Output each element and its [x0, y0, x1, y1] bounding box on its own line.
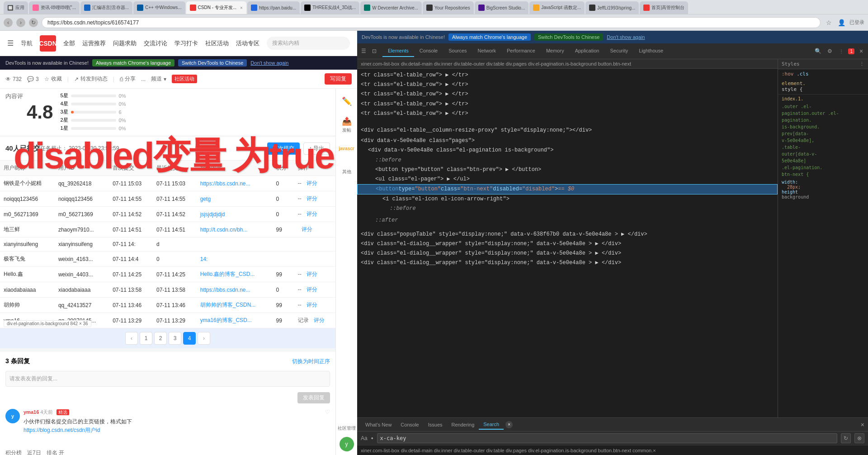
back-button[interactable]: ‹ — [4, 18, 13, 27]
nav-recommend[interactable]: 运营推荐 — [82, 39, 106, 47]
refresh-button[interactable]: ↻ — [29, 18, 38, 27]
tree-line[interactable]: ::before — [357, 204, 778, 213]
comment-link-1[interactable]: https://blog.csdn.net/csdn用户id — [24, 427, 100, 433]
community-avatar[interactable]: y — [340, 437, 354, 451]
comment-like-1[interactable]: ♡ — [325, 409, 330, 435]
tab-admin[interactable]: 首页|高管控制台 — [640, 1, 688, 14]
profile-button[interactable]: 👤 — [837, 18, 846, 27]
tree-line[interactable]: <div class="el-table__column-resize-prox… — [357, 126, 778, 135]
tab-cpp[interactable]: C++ 中Windows... — [133, 1, 185, 14]
cell-content[interactable]: https://bbs.csdn.ne... — [197, 176, 273, 191]
tree-line[interactable]: <i class="el-icon el-icon-arrow-right"> — [357, 194, 778, 204]
nav-discuss[interactable]: 交流讨论 — [144, 39, 167, 47]
bottom-tab-search[interactable]: Search — [479, 420, 504, 430]
nav-help[interactable]: 问题求助 — [113, 39, 137, 47]
tab-jeff[interactable]: JeffLi1993/spring... — [585, 1, 639, 14]
cell-content[interactable]: https://bbs.csdn.ne... — [197, 282, 273, 298]
export-button[interactable]: ↑ 导出 — [303, 142, 330, 155]
tree-line[interactable]: <div data-v-5e0e4a8e class="pages"> — [357, 136, 778, 146]
tree-line[interactable]: ::before — [357, 156, 778, 165]
collect-btn[interactable]: ☆ 收藏 — [44, 75, 62, 83]
tab-baidu[interactable]: https://pan.baidu... — [247, 1, 300, 14]
sort-btn[interactable]: 切换为时间正序 — [292, 358, 330, 365]
cell-content[interactable] — [197, 237, 273, 251]
tab-devcenter[interactable]: W Devcenter Archive... — [360, 1, 422, 14]
tab-lighthouse[interactable]: Lighthouse — [633, 45, 669, 57]
devtools-hamburger[interactable]: ☰ — [359, 47, 368, 56]
devtools-btn-switch[interactable]: Switch DevTools to Chinese — [534, 33, 603, 41]
tab-elements[interactable]: Elements — [382, 45, 414, 57]
bottom-panel-close[interactable]: × — [861, 421, 864, 428]
devtools-dock-icon[interactable]: ⊡ — [370, 47, 379, 56]
devtools-search-icon[interactable]: 🔍 — [813, 46, 823, 56]
notice-btn-switch[interactable]: Switch DevTools to Chinese — [178, 59, 247, 66]
search-input[interactable] — [377, 433, 837, 443]
tree-line[interactable]: <tr class="el-table_row"> ▶ </tr> — [357, 109, 778, 118]
tree-line[interactable]: <tr class="el-table_row"> ▶ </tr> — [357, 80, 778, 90]
tree-line[interactable]: ::after — [357, 216, 778, 225]
forward-button[interactable]: › — [16, 18, 25, 27]
tab-js[interactable]: JavaScript 函数定... — [529, 1, 585, 14]
bottom-tab-rendering[interactable]: Rendering — [447, 420, 479, 429]
address-bar[interactable]: https://bbs.csdn.net/topics/616574177 — [42, 17, 821, 28]
tab-console[interactable]: Console — [414, 45, 443, 57]
tree-line[interactable]: <div data-v-5e0e4a8e class="el-paginatio… — [357, 146, 778, 155]
search-refresh-btn[interactable]: ↻ — [841, 433, 851, 443]
bottom-tab-console[interactable]: Console — [396, 420, 423, 429]
star-button[interactable]: ☆ — [824, 18, 833, 27]
html-tree[interactable]: <tr class="el-table_row"> ▶ </tr><tr cla… — [357, 69, 778, 417]
tree-line[interactable]: <ul class="el-pager"> ▶ </ul> — [357, 175, 778, 184]
notice-btn-dismiss[interactable]: Don't show again — [250, 60, 288, 66]
page-1[interactable]: 1 — [140, 332, 152, 345]
more-btn[interactable]: ... — [141, 76, 146, 82]
sidebar-other[interactable]: 其他 — [338, 163, 356, 181]
notice-btn-language[interactable]: Always match Chrome's language — [92, 59, 175, 66]
styles-more[interactable]: ⋮ — [859, 61, 864, 67]
tab-github[interactable]: Your Repositories — [423, 1, 474, 14]
tab-performance[interactable]: Performance — [501, 45, 541, 57]
tree-line[interactable]: <tr class="el-table_row"> ▶ </tr> — [357, 100, 778, 109]
hamburger-menu[interactable]: ☰ — [7, 39, 14, 47]
bottom-tab-issues[interactable]: Issues — [424, 420, 447, 429]
cell-content[interactable]: 14: — [197, 251, 273, 267]
devtools-btn-language[interactable]: Always match Chrome's language — [448, 33, 531, 41]
search-close-btn[interactable]: × — [505, 421, 513, 428]
sidebar-javascript[interactable]: javascr — [338, 139, 356, 157]
write-reply-button[interactable]: 写回复 — [325, 73, 352, 85]
tab-bilibili[interactable]: 资讯·哔哩哔哩("... — [29, 1, 80, 14]
cell-content[interactable]: Hello.鑫的博客_CSD... — [197, 267, 273, 282]
tab-asm[interactable]: 汇编语言|舌存器... — [80, 1, 132, 14]
nav-study[interactable]: 学习打卡 — [175, 39, 198, 47]
tree-line[interactable]: <div class="el-dialog__wrapper" style="d… — [357, 239, 778, 249]
cell-content[interactable]: http://t.csdn.cn/bh... — [197, 222, 273, 237]
tab-network[interactable]: Network — [472, 45, 501, 57]
devtools-btn-dismiss[interactable]: Don't show again — [607, 34, 645, 40]
devtools-settings-icon[interactable]: ⚙ — [825, 46, 835, 56]
page-2[interactable]: 2 — [154, 332, 167, 345]
tree-line[interactable]: <div class="el-dialog__wrapper" style="d… — [357, 258, 778, 268]
csdn-logo[interactable]: CSDN — [40, 35, 56, 52]
cell-content[interactable]: jsjsjdjdjdjd — [197, 207, 273, 222]
submit-comment-button[interactable]: 发表回复 — [297, 392, 330, 403]
bottom-tab-whatsnew[interactable]: What's New — [361, 420, 396, 429]
search-bar[interactable]: 搜索站内精 — [267, 37, 350, 50]
devtools-more-icon[interactable]: ⋮ — [836, 46, 846, 56]
pagination-prev[interactable]: ‹ — [125, 332, 138, 345]
sidebar-edit[interactable]: ✏️ — [338, 92, 356, 110]
sidebar-publish[interactable]: 📤 发帖 — [338, 116, 356, 134]
tab-three[interactable]: THREE实战4_3D战... — [301, 1, 359, 14]
tab-sources[interactable]: Sources — [443, 45, 472, 57]
cell-content[interactable]: getg — [197, 191, 273, 207]
tree-line[interactable]: <button type="button" class="btn-prev"> … — [357, 165, 778, 175]
tab-apps[interactable]: 🔲 应用 — [4, 1, 28, 14]
channel-btn[interactable]: 频道 ▾ — [151, 75, 166, 83]
page-3[interactable]: 3 — [169, 332, 181, 345]
nav-all[interactable]: 全部 — [63, 39, 75, 47]
search-clear-btn[interactable]: ⊗ — [854, 433, 864, 443]
tab-bigscreen[interactable]: BigScreen Studio... — [475, 1, 529, 14]
tree-line[interactable]: <div class="el-dialog__wrapper" style="d… — [357, 249, 778, 258]
tab-csdn-active[interactable]: CSDN - 专业开发... × — [186, 1, 246, 14]
tree-line[interactable]: <tr class="el-table_row"> ▶ </tr> — [357, 71, 778, 80]
tab-application[interactable]: Application — [570, 45, 605, 57]
tree-line[interactable]: <div class="popupTable" style="display:n… — [357, 230, 778, 239]
